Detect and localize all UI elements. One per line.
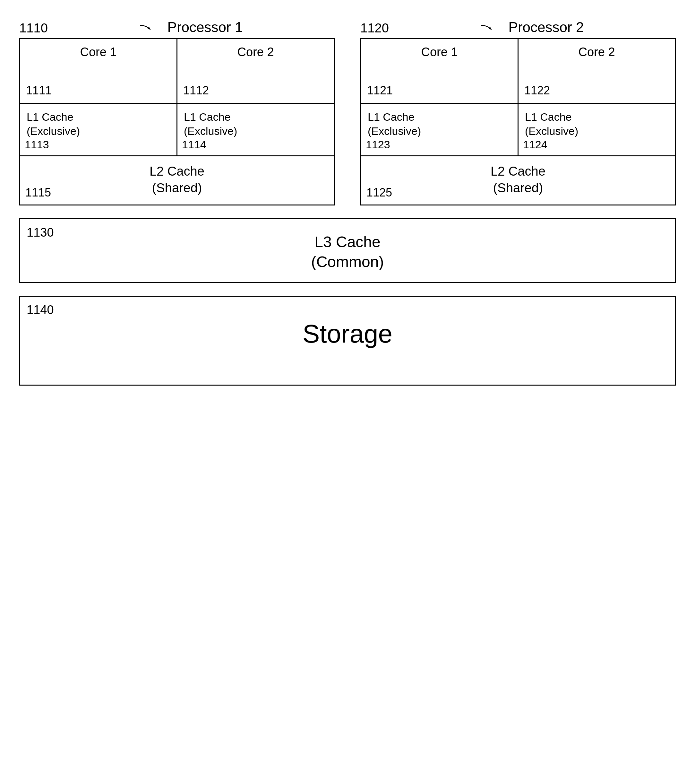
processor2-l2cache-ref: 1125 [366, 186, 392, 199]
processor1-l2cache-ref: 1115 [25, 186, 51, 199]
l3-cache-block: 1130 L3 Cache (Common) [19, 218, 676, 283]
processor2-l1cache2-title: L1 Cache (Exclusive) [525, 110, 669, 138]
l3-cache-title: L3 Cache (Common) [33, 232, 662, 272]
processor2-core1-cell: Core 1 1121 [361, 39, 519, 103]
processor1-name: Processor 1 [168, 19, 243, 35]
processor2-header: 1120 Processor 2 [360, 19, 676, 35]
processor2-name: Processor 2 [509, 19, 584, 35]
processor1-cores-row: Core 1 1111 Core 2 1112 [20, 39, 334, 104]
processor1-l1-row: L1 Cache (Exclusive) 1113 L1 Cache (Excl… [20, 104, 334, 156]
diagram-container: 1110 Processor 1 Core 1 1 [19, 19, 676, 385]
processor2-core1-title: Core 1 [369, 45, 510, 59]
processor2-cores-row: Core 1 1121 Core 2 1122 [361, 39, 675, 104]
processors-row: 1110 Processor 1 Core 1 1 [19, 19, 676, 206]
processor2-block: 1120 Processor 2 Core 1 1 [360, 19, 676, 206]
processor1-core2-cell: Core 2 1112 [177, 39, 334, 103]
processor2-l2cache-title: L2 Cache (Shared) [369, 163, 667, 196]
processor1-arrow: Processor 1 [140, 19, 243, 35]
processor2-l1cache1-cell: L1 Cache (Exclusive) 1123 [361, 104, 519, 155]
processor2-core2-cell: Core 2 1122 [519, 39, 675, 103]
processor1-l1cache2-cell: L1 Cache (Exclusive) 1114 [177, 104, 334, 155]
processor2-arrow-svg [481, 23, 507, 32]
processor2-core2-title: Core 2 [526, 45, 667, 59]
processor1-l2cache-row: L2 Cache (Shared) 1115 [20, 156, 334, 204]
processor2-core1-ref: 1121 [367, 84, 393, 97]
processor2-l1-row: L1 Cache (Exclusive) 1123 L1 Cache (Excl… [361, 104, 675, 156]
processor1-label-group: Processor 1 [48, 19, 335, 35]
processor1-l1cache2-title: L1 Cache (Exclusive) [184, 110, 327, 138]
storage-ref: 1140 [26, 303, 54, 317]
processor2-label-group: Processor 2 [389, 19, 676, 35]
processor1-ref: 1110 [19, 21, 48, 35]
processor2-l1cache2-ref: 1124 [523, 138, 547, 151]
processor1-l1cache1-ref: 1113 [25, 138, 49, 151]
processor1-block: 1110 Processor 1 Core 1 1 [19, 19, 335, 206]
processor1-header: 1110 Processor 1 [19, 19, 335, 35]
processor1-l1cache2-ref: 1114 [182, 138, 206, 151]
processor1-box: Core 1 1111 Core 2 1112 L1 Cache (Exclus… [19, 38, 335, 206]
processor2-core2-ref: 1122 [524, 84, 550, 97]
processor2-box: Core 1 1121 Core 2 1122 L1 Cache (Exclus… [360, 38, 676, 206]
processor2-l1cache2-cell: L1 Cache (Exclusive) 1124 [519, 104, 675, 155]
processor1-core1-cell: Core 1 1111 [20, 39, 177, 103]
processor1-l2cache-title: L2 Cache (Shared) [28, 163, 326, 196]
processor1-core1-ref: 1111 [26, 84, 52, 97]
storage-block: 1140 Storage [19, 296, 676, 385]
processor2-l1cache1-ref: 1123 [366, 138, 390, 151]
processor1-l1cache1-cell: L1 Cache (Exclusive) 1113 [20, 104, 177, 155]
processor2-arrow: Processor 2 [481, 19, 584, 35]
processor2-l1cache1-title: L1 Cache (Exclusive) [368, 110, 511, 138]
processor1-arrow-svg [140, 23, 166, 32]
processor1-core2-title: Core 2 [185, 45, 326, 59]
processor1-l1cache1-title: L1 Cache (Exclusive) [26, 110, 170, 138]
processor1-core2-ref: 1112 [183, 84, 209, 97]
processor2-l2cache-row: L2 Cache (Shared) 1125 [361, 156, 675, 204]
processor2-ref: 1120 [360, 21, 389, 35]
l3-cache-ref: 1130 [26, 226, 54, 239]
storage-title: Storage [33, 319, 662, 349]
processor1-core1-title: Core 1 [28, 45, 169, 59]
